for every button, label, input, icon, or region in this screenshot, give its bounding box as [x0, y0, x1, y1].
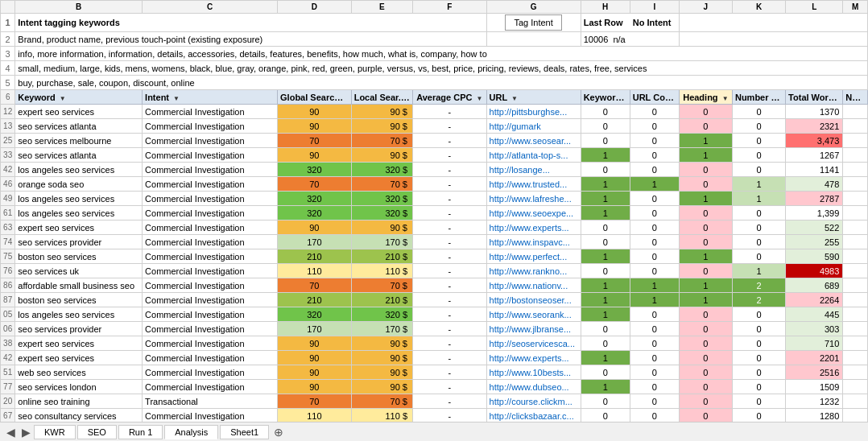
keyword-cell: los angeles seo services [15, 163, 143, 177]
local-cell: 320 $ [351, 206, 412, 220]
cpc-cell: - [413, 134, 487, 148]
heading-cell: 0 [679, 177, 732, 192]
tag-intent-button[interactable]: Tag Intent [505, 14, 561, 31]
intent-cell: Commercial Investigation [143, 380, 278, 394]
url-con-cell: 0 [630, 322, 679, 336]
global-cell: 320 [278, 163, 352, 177]
col-url-header[interactable]: URL ▼ [486, 90, 581, 105]
local-cell: 90 $ [351, 220, 412, 235]
intent-cell: Commercial Investigation [143, 235, 278, 249]
col-m-header: M [843, 1, 868, 14]
scroll-area[interactable]: B C D E F G H I J K L M [0, 0, 868, 422]
tab-prev-btn[interactable]: ◀ [3, 426, 19, 439]
intent-cell: Transactional [143, 394, 278, 409]
kw-match-cell: 1 [581, 293, 630, 307]
heading-filter-icon[interactable]: ▼ [722, 95, 729, 102]
url-cell: http://www.seoexpe... [486, 206, 581, 220]
intent-cell: Commercial Investigation [143, 119, 278, 134]
url-cell: http://www.nationv... [486, 278, 581, 293]
col-numof-header[interactable]: Number Of... ▼ [732, 90, 785, 105]
row-num-61: 61 [1, 206, 15, 220]
local-cell: 90 $ [351, 336, 412, 351]
main-table: B C D E F G H I J K L M [0, 0, 868, 422]
table-row: 12 expert seo services Commercial Invest… [1, 105, 868, 119]
add-sheet-btn[interactable]: ⊕ [271, 426, 287, 439]
keyword-cell: boston seo services [15, 249, 143, 264]
heading-cell: 0 [679, 365, 732, 380]
url-filter-icon[interactable]: ▼ [511, 95, 518, 102]
col-d-header: D [278, 1, 352, 14]
kw-match-cell: 1 [581, 307, 630, 322]
table-row: 77 seo services london Commercial Invest… [1, 380, 868, 394]
row-num-49: 49 [1, 192, 15, 206]
cpc-filter-icon[interactable]: ▼ [477, 95, 483, 102]
heading-cell: 0 [679, 119, 732, 134]
extra-cell [843, 336, 868, 351]
global-cell: 90 [278, 220, 352, 235]
cpc-cell: - [413, 380, 487, 394]
cpc-cell: - [413, 148, 487, 163]
tab-seo[interactable]: SEO [77, 425, 117, 439]
tab-run1[interactable]: Run 1 [118, 425, 163, 439]
numof-cell: 2 [732, 278, 785, 293]
row-num-87: 87 [1, 293, 15, 307]
intent-cell: Commercial Investigation [143, 134, 278, 148]
numof-cell: 0 [732, 148, 785, 163]
url-cell: http://losange... [486, 163, 581, 177]
kw-match-cell: 0 [581, 394, 630, 409]
col-keyword-header[interactable]: Keyword ▼ [15, 90, 143, 105]
local-cell: 70 $ [351, 278, 412, 293]
tab-analysis[interactable]: Analysis [164, 425, 218, 439]
tab-kwr[interactable]: KWR [34, 425, 76, 439]
keyword-filter-icon[interactable]: ▼ [60, 95, 66, 102]
global-cell: 210 [278, 293, 352, 307]
cpc-cell: - [413, 105, 487, 119]
col-global-header[interactable]: Global Searches ▼ [278, 90, 352, 105]
numof-cell: 0 [732, 163, 785, 177]
heading-cell: 0 [679, 220, 732, 235]
col-extra-header[interactable]: Nu... [843, 90, 868, 105]
totalword-cell: 2787 [786, 192, 843, 206]
row-num-06: 06 [1, 322, 15, 336]
intent-filter-icon[interactable]: ▼ [173, 95, 180, 102]
heading-cell: 0 [679, 409, 732, 422]
col-totalword-header[interactable]: Total Word C... ▼ [786, 90, 843, 105]
row-num-12: 12 [1, 105, 15, 119]
col-heading-header[interactable]: Heading ▼ [679, 90, 732, 105]
totalword-cell: 303 [786, 322, 843, 336]
local-cell: 210 $ [351, 293, 412, 307]
totalword-cell: 710 [786, 336, 843, 351]
keyword-cell: expert seo services [15, 351, 143, 365]
extra-cell [843, 134, 868, 148]
extra-cell [843, 192, 868, 206]
col-local-header[interactable]: Local Sear... ▼ [351, 90, 412, 105]
numof-cell: 0 [732, 249, 785, 264]
local-filter-icon[interactable]: ▼ [410, 95, 413, 102]
col-urlcon-header[interactable]: URL Con... ▼ [630, 90, 679, 105]
extra-cell [843, 351, 868, 365]
row-num-13: 13 [1, 119, 15, 134]
totalword-cell: 2516 [786, 365, 843, 380]
kw-match-cell: 1 [581, 177, 630, 192]
row-num-05: 05 [1, 307, 15, 322]
col-kw-header[interactable]: Keyword... ▼ [581, 90, 630, 105]
tab-sheet1[interactable]: Sheet1 [220, 425, 269, 439]
table-row: 49 los angeles seo services Commercial I… [1, 192, 868, 206]
col-cpc-header[interactable]: Average CPC ▼ [413, 90, 487, 105]
global-cell: 90 [278, 119, 352, 134]
totalword-cell: 1509 [786, 380, 843, 394]
kw-match-cell: 0 [581, 220, 630, 235]
tab-next-btn[interactable]: ▶ [19, 426, 34, 439]
heading-cell: 0 [679, 380, 732, 394]
numof-cell: 0 [732, 220, 785, 235]
extra-cell [843, 163, 868, 177]
extra-cell [843, 177, 868, 192]
numof-cell: 0 [732, 380, 785, 394]
extra-cell [843, 380, 868, 394]
url-con-cell: 0 [630, 148, 679, 163]
url-cell: http://www.jlbranse... [486, 322, 581, 336]
col-intent-header[interactable]: Intent ▼ [143, 90, 278, 105]
keyword-cell: online seo training [15, 394, 143, 409]
url-cell: http://www.seosear... [486, 134, 581, 148]
url-con-cell: 0 [630, 365, 679, 380]
